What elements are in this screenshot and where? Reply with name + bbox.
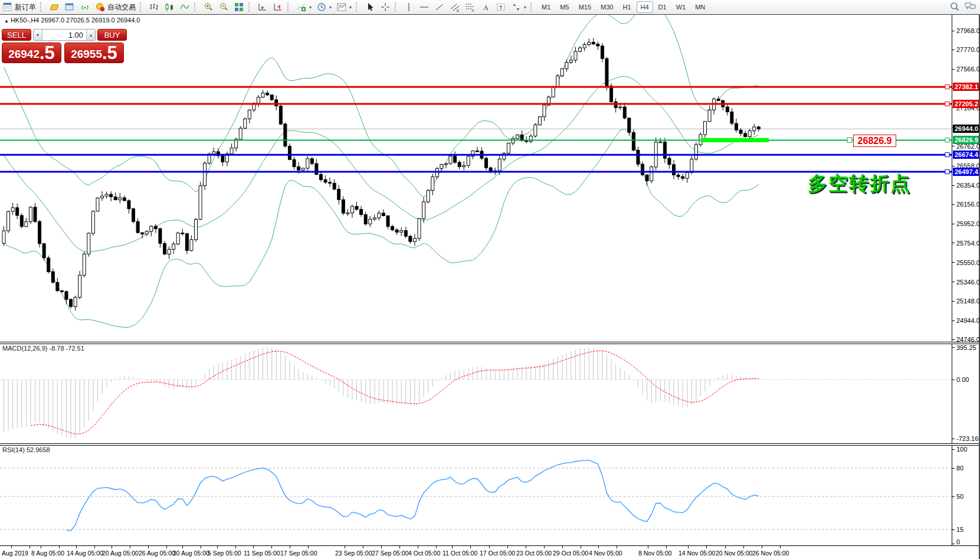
volume-increase-button[interactable]: ▲ — [86, 30, 95, 40]
zoom-in-button[interactable] — [201, 0, 216, 14]
search-icon[interactable] — [949, 1, 960, 14]
text-label-icon: T — [496, 2, 506, 12]
timeframe-button-m5[interactable]: M5 — [556, 1, 573, 13]
price-line-badge: 26944.0 — [953, 125, 979, 133]
candlestick-chart-button[interactable] — [162, 0, 177, 14]
sell-button[interactable]: SELL — [2, 29, 31, 41]
cursor-icon — [365, 2, 375, 12]
timeframe-button-w1[interactable]: W1 — [672, 1, 690, 13]
price-axis-label: 25952.0 — [956, 220, 980, 227]
timeframe-button-m1[interactable]: M1 — [537, 1, 555, 13]
time-axis[interactable]: Aug 20198 Aug 05:0014 Aug 05:0020 Aug 05… — [0, 545, 979, 559]
toolbar-grip — [395, 2, 399, 12]
time-axis-label: 17 Oct 05:00 — [480, 550, 515, 557]
rsi-axis-label: 50 — [956, 493, 963, 500]
arrows-button[interactable]: ▾ — [509, 0, 529, 14]
macd-panel[interactable]: MACD(12,26,9) -8.78 -72.51 395.250.00-72… — [0, 344, 979, 443]
signals-button[interactable] — [77, 0, 93, 14]
rsi-axis-tick — [952, 496, 955, 497]
template-icon — [336, 2, 347, 12]
chevron-down-icon[interactable]: ▾ — [524, 5, 526, 10]
crosshair-icon — [380, 2, 391, 12]
chevron-down-icon[interactable]: ▾ — [349, 5, 352, 10]
zoom-out-button[interactable] — [216, 0, 231, 14]
autotrading-button[interactable]: 自动交易 — [93, 0, 138, 14]
rsi-axis[interactable]: 1008050150 — [952, 446, 979, 545]
one-click-trade-panel: SELL ▼ 1.00 ▲ BUY 26942.5 26955.5 — [2, 29, 127, 63]
volume-decrease-button[interactable]: ▼ — [34, 30, 42, 40]
chart-shift-button[interactable] — [270, 0, 286, 14]
time-axis-tick — [59, 546, 60, 548]
toolbar-grip — [194, 2, 199, 12]
timeframe-button-m15[interactable]: M15 — [575, 1, 595, 13]
macd-label: MACD(12,26,9) -8.78 -72.51 — [2, 345, 84, 352]
chevron-down-icon[interactable]: ▾ — [329, 5, 332, 10]
templates-button[interactable]: ▾ — [334, 0, 354, 14]
fibonacci-button[interactable]: F — [463, 0, 478, 14]
time-axis-tick — [112, 546, 112, 548]
cursor-button[interactable] — [362, 0, 378, 14]
buy-price-display[interactable]: 26955.5 — [64, 43, 124, 63]
timeframe-button-m30[interactable]: M30 — [596, 1, 617, 13]
line-chart-button[interactable] — [177, 0, 192, 14]
trendline-button[interactable] — [432, 0, 447, 14]
text-button[interactable]: A — [478, 0, 493, 14]
arrows-icon — [511, 2, 522, 12]
sell-price-display[interactable]: 26942.5 — [2, 43, 61, 63]
horizontal-line-button[interactable] — [417, 0, 432, 14]
chevron-down-icon[interactable]: ▾ — [309, 5, 312, 10]
macd-axis[interactable]: 395.250.00-723.16 — [952, 344, 979, 443]
timeframe-button-h1[interactable]: H1 — [618, 1, 635, 13]
volume-input[interactable]: 1.00 — [42, 30, 86, 40]
timeframe-button-h4[interactable]: H4 — [637, 1, 653, 13]
time-axis-tick — [706, 546, 707, 548]
timeframe-button-mn[interactable]: MN — [691, 1, 709, 13]
text-label-button[interactable]: T — [493, 0, 509, 14]
price-axis-label: 25346.0 — [956, 279, 980, 286]
price-axis[interactable]: 27968.027770.027566.027368.027164.026960… — [952, 15, 979, 342]
collapse-icon[interactable]: ▲ — [4, 18, 9, 24]
macd-canvas[interactable] — [0, 344, 952, 443]
periods-button[interactable]: ▾ — [314, 0, 334, 14]
time-axis-label: 4 Oct 05:00 — [408, 550, 440, 557]
time-axis-tick — [130, 546, 130, 548]
rsi-axis-label: 0 — [956, 538, 960, 545]
rsi-panel[interactable]: RSI(14) 52.9658 1008050150 — [0, 446, 979, 545]
time-axis-tick — [290, 546, 290, 548]
equidistant-channel-button[interactable]: E — [447, 0, 463, 14]
crosshair-button[interactable] — [378, 0, 393, 14]
rsi-axis-tick — [952, 529, 955, 530]
time-axis-label: 4 Nov 05:00 — [589, 550, 622, 557]
price-callout-label[interactable]: 26826.9 — [853, 135, 896, 147]
tile-windows-button[interactable] — [231, 0, 247, 14]
auto-scroll-button[interactable] — [255, 0, 270, 14]
rsi-canvas[interactable] — [0, 446, 952, 545]
time-axis-tick — [399, 546, 400, 548]
market-watch-button[interactable] — [47, 0, 62, 14]
text-icon: A — [480, 2, 491, 12]
autotrading-label: 自动交易 — [107, 2, 136, 12]
time-axis-tick — [648, 546, 648, 548]
clock-icon — [316, 2, 327, 12]
svg-text:E: E — [457, 9, 459, 12]
timeframe-button-d1[interactable]: D1 — [654, 1, 671, 13]
time-axis-tick — [41, 546, 41, 548]
navigator-button[interactable] — [62, 0, 77, 14]
new-order-button[interactable]: 新订单 — [0, 0, 38, 14]
buy-button[interactable]: BUY — [97, 29, 127, 41]
price-chart-panel[interactable]: ▲HK50-,H4 26967.0 27026.5 26919.0 26944.… — [0, 15, 979, 342]
price-axis-tick — [952, 146, 955, 146]
bar-chart-button[interactable] — [146, 0, 162, 14]
chart-annotation[interactable]: 多空转折点 — [808, 171, 911, 197]
macd-axis-tick — [952, 380, 955, 380]
timeframe-group: M1M5M15M30H1H4D1W1MN — [537, 1, 710, 13]
sell-price-pips: .5 — [40, 44, 55, 62]
svg-text:F: F — [472, 9, 474, 12]
time-axis-tick — [544, 546, 545, 548]
indicators-button[interactable]: ▾ — [294, 0, 314, 14]
vertical-line-button[interactable] — [401, 0, 417, 14]
toolbar-grip — [248, 2, 253, 12]
chat-icon[interactable] — [965, 1, 976, 14]
price-axis-tick — [952, 204, 955, 205]
new-order-icon — [2, 2, 13, 12]
